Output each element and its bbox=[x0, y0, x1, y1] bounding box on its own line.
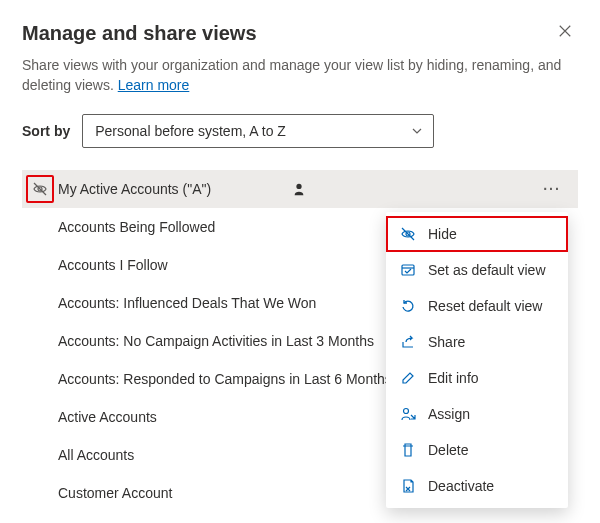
hide-toggle[interactable] bbox=[26, 175, 54, 203]
learn-more-link[interactable]: Learn more bbox=[118, 77, 190, 93]
page-title: Manage and share views bbox=[22, 22, 578, 45]
hide-icon bbox=[400, 226, 416, 242]
row-leading bbox=[22, 175, 58, 203]
reset-icon bbox=[400, 298, 416, 314]
close-icon bbox=[558, 24, 572, 38]
person-icon bbox=[292, 182, 306, 196]
menu-item-edit-info[interactable]: Edit info bbox=[386, 360, 568, 396]
menu-item-label: Delete bbox=[428, 442, 468, 458]
more-button[interactable]: ··· bbox=[534, 181, 570, 197]
menu-item-set-as-default-view[interactable]: Set as default view bbox=[386, 252, 568, 288]
menu-item-assign[interactable]: Assign bbox=[386, 396, 568, 432]
menu-item-label: Assign bbox=[428, 406, 470, 422]
menu-item-label: Edit info bbox=[428, 370, 479, 386]
assign-icon bbox=[400, 406, 416, 422]
menu-item-label: Set as default view bbox=[428, 262, 546, 278]
sort-label: Sort by bbox=[22, 123, 70, 139]
menu-item-label: Deactivate bbox=[428, 478, 494, 494]
share-icon bbox=[400, 334, 416, 350]
deactivate-icon bbox=[400, 478, 416, 494]
menu-item-reset-default-view[interactable]: Reset default view bbox=[386, 288, 568, 324]
view-row[interactable]: Customers bbox=[22, 512, 578, 523]
menu-item-label: Hide bbox=[428, 226, 457, 242]
menu-item-label: Reset default view bbox=[428, 298, 542, 314]
default-icon bbox=[400, 262, 416, 278]
menu-item-delete[interactable]: Delete bbox=[386, 432, 568, 468]
edit-icon bbox=[400, 370, 416, 386]
menu-item-hide[interactable]: Hide bbox=[386, 216, 568, 252]
description: Share views with your organization and m… bbox=[22, 55, 578, 96]
description-text: Share views with your organization and m… bbox=[22, 57, 561, 93]
menu-item-deactivate[interactable]: Deactivate bbox=[386, 468, 568, 504]
chevron-down-icon bbox=[411, 125, 423, 137]
delete-icon bbox=[400, 442, 416, 458]
menu-item-label: Share bbox=[428, 334, 465, 350]
close-button[interactable] bbox=[558, 24, 578, 44]
sort-selected-value: Personal before system, A to Z bbox=[95, 123, 286, 139]
more-icon: ··· bbox=[543, 181, 561, 197]
menu-item-share[interactable]: Share bbox=[386, 324, 568, 360]
view-label: My Active Accounts ("A") bbox=[58, 181, 286, 197]
context-menu: HideSet as default viewReset default vie… bbox=[386, 212, 568, 508]
view-row[interactable]: My Active Accounts ("A")··· bbox=[22, 170, 578, 208]
sort-select[interactable]: Personal before system, A to Z bbox=[82, 114, 434, 148]
